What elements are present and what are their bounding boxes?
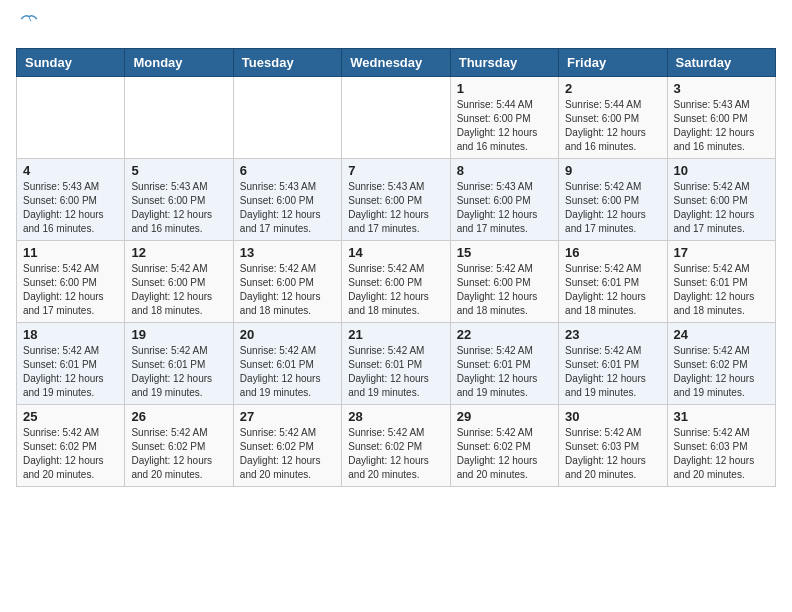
logo — [16, 16, 38, 40]
weekday-header-monday: Monday — [125, 49, 233, 77]
calendar-day-cell: 21Sunrise: 5:42 AM Sunset: 6:01 PM Dayli… — [342, 323, 450, 405]
weekday-header-saturday: Saturday — [667, 49, 775, 77]
calendar-day-cell: 11Sunrise: 5:42 AM Sunset: 6:00 PM Dayli… — [17, 241, 125, 323]
day-number: 31 — [674, 409, 769, 424]
day-number: 24 — [674, 327, 769, 342]
calendar-day-cell: 12Sunrise: 5:42 AM Sunset: 6:00 PM Dayli… — [125, 241, 233, 323]
calendar-day-cell: 24Sunrise: 5:42 AM Sunset: 6:02 PM Dayli… — [667, 323, 775, 405]
day-info: Sunrise: 5:42 AM Sunset: 6:01 PM Dayligh… — [565, 262, 660, 318]
day-number: 17 — [674, 245, 769, 260]
day-info: Sunrise: 5:43 AM Sunset: 6:00 PM Dayligh… — [457, 180, 552, 236]
day-info: Sunrise: 5:42 AM Sunset: 6:02 PM Dayligh… — [23, 426, 118, 482]
calendar-day-cell: 14Sunrise: 5:42 AM Sunset: 6:00 PM Dayli… — [342, 241, 450, 323]
day-info: Sunrise: 5:42 AM Sunset: 6:00 PM Dayligh… — [674, 180, 769, 236]
calendar-day-cell: 17Sunrise: 5:42 AM Sunset: 6:01 PM Dayli… — [667, 241, 775, 323]
calendar-day-cell: 9Sunrise: 5:42 AM Sunset: 6:00 PM Daylig… — [559, 159, 667, 241]
calendar-day-cell: 20Sunrise: 5:42 AM Sunset: 6:01 PM Dayli… — [233, 323, 341, 405]
day-info: Sunrise: 5:42 AM Sunset: 6:02 PM Dayligh… — [348, 426, 443, 482]
calendar-day-cell: 18Sunrise: 5:42 AM Sunset: 6:01 PM Dayli… — [17, 323, 125, 405]
day-number: 19 — [131, 327, 226, 342]
day-info: Sunrise: 5:43 AM Sunset: 6:00 PM Dayligh… — [23, 180, 118, 236]
calendar-day-cell: 4Sunrise: 5:43 AM Sunset: 6:00 PM Daylig… — [17, 159, 125, 241]
calendar-day-cell: 22Sunrise: 5:42 AM Sunset: 6:01 PM Dayli… — [450, 323, 558, 405]
day-number: 28 — [348, 409, 443, 424]
day-info: Sunrise: 5:42 AM Sunset: 6:01 PM Dayligh… — [674, 262, 769, 318]
day-number: 29 — [457, 409, 552, 424]
day-number: 26 — [131, 409, 226, 424]
weekday-header-sunday: Sunday — [17, 49, 125, 77]
day-info: Sunrise: 5:42 AM Sunset: 6:02 PM Dayligh… — [240, 426, 335, 482]
weekday-header-friday: Friday — [559, 49, 667, 77]
weekday-header-row: SundayMondayTuesdayWednesdayThursdayFrid… — [17, 49, 776, 77]
calendar-day-cell: 10Sunrise: 5:42 AM Sunset: 6:00 PM Dayli… — [667, 159, 775, 241]
day-info: Sunrise: 5:42 AM Sunset: 6:00 PM Dayligh… — [457, 262, 552, 318]
day-number: 11 — [23, 245, 118, 260]
day-info: Sunrise: 5:43 AM Sunset: 6:00 PM Dayligh… — [240, 180, 335, 236]
calendar-day-cell: 7Sunrise: 5:43 AM Sunset: 6:00 PM Daylig… — [342, 159, 450, 241]
day-number: 20 — [240, 327, 335, 342]
page-header — [16, 16, 776, 40]
calendar-day-cell — [17, 77, 125, 159]
day-number: 2 — [565, 81, 660, 96]
calendar-day-cell: 28Sunrise: 5:42 AM Sunset: 6:02 PM Dayli… — [342, 405, 450, 487]
day-number: 16 — [565, 245, 660, 260]
day-info: Sunrise: 5:43 AM Sunset: 6:00 PM Dayligh… — [674, 98, 769, 154]
day-number: 3 — [674, 81, 769, 96]
calendar-day-cell: 5Sunrise: 5:43 AM Sunset: 6:00 PM Daylig… — [125, 159, 233, 241]
day-info: Sunrise: 5:42 AM Sunset: 6:01 PM Dayligh… — [23, 344, 118, 400]
calendar-table: SundayMondayTuesdayWednesdayThursdayFrid… — [16, 48, 776, 487]
day-number: 22 — [457, 327, 552, 342]
day-info: Sunrise: 5:42 AM Sunset: 6:01 PM Dayligh… — [240, 344, 335, 400]
day-info: Sunrise: 5:42 AM Sunset: 6:02 PM Dayligh… — [457, 426, 552, 482]
calendar-week-row: 4Sunrise: 5:43 AM Sunset: 6:00 PM Daylig… — [17, 159, 776, 241]
day-info: Sunrise: 5:42 AM Sunset: 6:02 PM Dayligh… — [674, 344, 769, 400]
day-number: 7 — [348, 163, 443, 178]
calendar-day-cell: 23Sunrise: 5:42 AM Sunset: 6:01 PM Dayli… — [559, 323, 667, 405]
weekday-header-tuesday: Tuesday — [233, 49, 341, 77]
day-info: Sunrise: 5:42 AM Sunset: 6:00 PM Dayligh… — [565, 180, 660, 236]
day-number: 1 — [457, 81, 552, 96]
weekday-header-thursday: Thursday — [450, 49, 558, 77]
day-info: Sunrise: 5:44 AM Sunset: 6:00 PM Dayligh… — [457, 98, 552, 154]
day-info: Sunrise: 5:42 AM Sunset: 6:01 PM Dayligh… — [565, 344, 660, 400]
day-number: 21 — [348, 327, 443, 342]
logo-bird-icon — [20, 12, 38, 26]
day-info: Sunrise: 5:44 AM Sunset: 6:00 PM Dayligh… — [565, 98, 660, 154]
calendar-day-cell — [342, 77, 450, 159]
day-number: 18 — [23, 327, 118, 342]
day-number: 14 — [348, 245, 443, 260]
day-info: Sunrise: 5:42 AM Sunset: 6:00 PM Dayligh… — [131, 262, 226, 318]
calendar-week-row: 11Sunrise: 5:42 AM Sunset: 6:00 PM Dayli… — [17, 241, 776, 323]
day-number: 8 — [457, 163, 552, 178]
day-info: Sunrise: 5:43 AM Sunset: 6:00 PM Dayligh… — [348, 180, 443, 236]
weekday-header-wednesday: Wednesday — [342, 49, 450, 77]
calendar-day-cell: 25Sunrise: 5:42 AM Sunset: 6:02 PM Dayli… — [17, 405, 125, 487]
calendar-day-cell: 15Sunrise: 5:42 AM Sunset: 6:00 PM Dayli… — [450, 241, 558, 323]
calendar-day-cell: 31Sunrise: 5:42 AM Sunset: 6:03 PM Dayli… — [667, 405, 775, 487]
calendar-day-cell: 16Sunrise: 5:42 AM Sunset: 6:01 PM Dayli… — [559, 241, 667, 323]
calendar-week-row: 18Sunrise: 5:42 AM Sunset: 6:01 PM Dayli… — [17, 323, 776, 405]
day-number: 27 — [240, 409, 335, 424]
calendar-day-cell: 26Sunrise: 5:42 AM Sunset: 6:02 PM Dayli… — [125, 405, 233, 487]
day-number: 25 — [23, 409, 118, 424]
day-info: Sunrise: 5:42 AM Sunset: 6:03 PM Dayligh… — [565, 426, 660, 482]
day-number: 10 — [674, 163, 769, 178]
calendar-day-cell: 13Sunrise: 5:42 AM Sunset: 6:00 PM Dayli… — [233, 241, 341, 323]
calendar-day-cell: 19Sunrise: 5:42 AM Sunset: 6:01 PM Dayli… — [125, 323, 233, 405]
calendar-day-cell: 1Sunrise: 5:44 AM Sunset: 6:00 PM Daylig… — [450, 77, 558, 159]
calendar-day-cell: 2Sunrise: 5:44 AM Sunset: 6:00 PM Daylig… — [559, 77, 667, 159]
day-info: Sunrise: 5:42 AM Sunset: 6:03 PM Dayligh… — [674, 426, 769, 482]
day-number: 4 — [23, 163, 118, 178]
calendar-day-cell — [125, 77, 233, 159]
calendar-week-row: 25Sunrise: 5:42 AM Sunset: 6:02 PM Dayli… — [17, 405, 776, 487]
day-number: 15 — [457, 245, 552, 260]
calendar-day-cell: 29Sunrise: 5:42 AM Sunset: 6:02 PM Dayli… — [450, 405, 558, 487]
day-number: 9 — [565, 163, 660, 178]
day-number: 5 — [131, 163, 226, 178]
calendar-day-cell: 6Sunrise: 5:43 AM Sunset: 6:00 PM Daylig… — [233, 159, 341, 241]
day-number: 30 — [565, 409, 660, 424]
day-info: Sunrise: 5:42 AM Sunset: 6:00 PM Dayligh… — [348, 262, 443, 318]
day-info: Sunrise: 5:42 AM Sunset: 6:00 PM Dayligh… — [23, 262, 118, 318]
day-info: Sunrise: 5:42 AM Sunset: 6:01 PM Dayligh… — [348, 344, 443, 400]
day-info: Sunrise: 5:42 AM Sunset: 6:02 PM Dayligh… — [131, 426, 226, 482]
